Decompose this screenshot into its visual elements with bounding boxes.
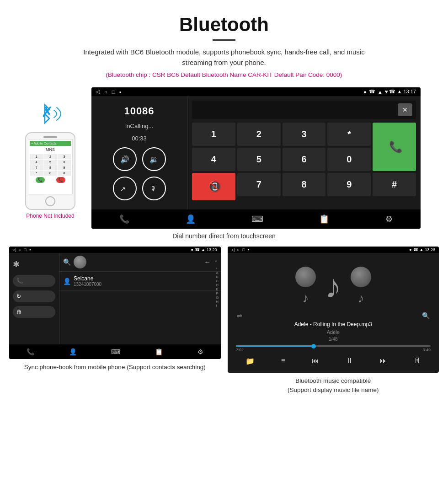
music-location-icon: ●	[409, 247, 411, 252]
pb-delete-btn[interactable]: 🗑	[13, 306, 55, 318]
music-note-left-icon: ♪	[302, 291, 309, 306]
nav-call-icon[interactable]: 📞	[119, 214, 129, 224]
music-back-icon: ◁	[231, 247, 235, 252]
music-content: ♪ ♪ ♪ ⇌ 🔍 Adele - Rolling In the Deep.mp…	[228, 253, 439, 373]
call-green-button[interactable]: 📞	[373, 123, 416, 171]
wifi-icon: ▲	[378, 89, 383, 95]
pb-nav-bar: 📞 👤 ⌨ 📋 ⚙	[9, 344, 221, 359]
music-note-center-icon: ♪	[325, 268, 341, 305]
phonebook-item: ◁ ○ □ ▪ ● ☎ ▲ 13:20 ✱ 📞	[9, 247, 221, 395]
svg-text:📞: 📞	[389, 140, 402, 153]
dial-timer: 00:33	[132, 135, 147, 142]
key-star[interactable]: *	[327, 123, 371, 146]
pb-sync-btn[interactable]: ↻	[13, 290, 55, 302]
pb-nav-recent-icon[interactable]: 📋	[155, 348, 163, 355]
dial-number: 10086	[124, 105, 154, 117]
pb-back-arrow-icon: ←	[204, 258, 211, 266]
pb-nav-dialpad-icon[interactable]: ⌨	[111, 348, 120, 355]
music-folder-icon[interactable]: 📁	[245, 357, 255, 365]
dial-backspace-button[interactable]: ✕	[398, 103, 412, 116]
key-7[interactable]: 7	[237, 173, 281, 196]
music-time: 13:26	[425, 247, 435, 252]
pb-contact-row[interactable]: 👤 Seicane 13241007000	[59, 272, 221, 291]
music-next-icon[interactable]: ⏭	[380, 357, 387, 365]
phone-keypad: 123 456 789 *0#	[30, 154, 71, 176]
pb-back-icon: ◁	[13, 247, 16, 252]
transfer-button[interactable]: ↗	[113, 177, 137, 200]
svg-text:🔉: 🔉	[149, 155, 159, 164]
phone-speaker	[43, 136, 57, 138]
call-red-button[interactable]: 📵	[192, 173, 235, 200]
music-playback-buttons: 📁 ≡ ⏮ ⏸ ⏭ 🎚	[232, 354, 435, 368]
progress-total: 3:49	[422, 348, 431, 352]
volume-up-button[interactable]: 🔊	[113, 147, 137, 171]
key-4[interactable]: 4	[192, 148, 235, 171]
status-bar-left: ◁ ○ □ ▪	[96, 89, 121, 95]
key-2[interactable]: 2	[237, 123, 281, 146]
music-left-art: ♪	[295, 267, 316, 306]
pb-recent-icon: □	[24, 247, 26, 252]
music-recent-icon: □	[242, 247, 245, 252]
phone-screen: + Add to Contacts MNS 123 456 789 *0# 📞 …	[28, 139, 73, 194]
svg-text:📵: 📵	[208, 180, 221, 193]
home-icon: ○	[104, 89, 107, 95]
pb-home-icon: ○	[19, 247, 21, 252]
pb-call-icon: 📞	[16, 278, 23, 284]
key-6[interactable]: 6	[283, 148, 326, 171]
pb-contact-number: 13241007000	[74, 282, 101, 287]
pb-call-btn[interactable]: 📞	[13, 275, 55, 287]
back-icon: ◁	[96, 89, 100, 95]
dial-right-panel: ✕ 1 2 3 * 📞 4 5 6 0 📵	[187, 96, 421, 209]
progress-dot[interactable]	[311, 344, 316, 349]
music-play-pause-icon[interactable]: ⏸	[346, 357, 353, 365]
pb-status-bar: ◁ ○ □ ▪ ● ☎ ▲ 13:20	[9, 247, 221, 253]
dial-caption: Dial number direct from touchscreen	[0, 229, 448, 247]
phone-not-included-label: Phone Not Included	[26, 213, 74, 219]
phone-call-buttons: 📞 📞	[30, 177, 71, 183]
pb-caption: Sync phone-book from mobile phone (Suppo…	[9, 359, 221, 372]
key-5[interactable]: 5	[237, 148, 281, 171]
time-display: ♥ ☎ ▲ 13:17	[385, 89, 416, 95]
music-prev-icon[interactable]: ⏮	[312, 357, 319, 365]
bottom-section: ◁ ○ □ ▪ ● ☎ ▲ 13:20 ✱ 📞	[0, 247, 448, 404]
key-hash[interactable]: #	[373, 173, 416, 196]
keypad-grid: 1 2 3 * 📞 4 5 6 0 📵 7 8 9	[192, 123, 416, 200]
key-3[interactable]: 3	[283, 123, 326, 146]
key-9[interactable]: 9	[327, 173, 371, 196]
nav-settings-icon[interactable]: ⚙	[385, 214, 393, 224]
nav-dialpad-icon[interactable]: ⌨	[251, 214, 263, 224]
music-playlist-icon[interactable]: ≡	[281, 357, 285, 365]
volume-down-button[interactable]: 🔉	[142, 147, 166, 171]
dial-left-panel: 10086 InCalling... 00:33 🔊 🔉 ↗	[91, 96, 187, 209]
pb-screenshot-icon: ▪	[29, 247, 31, 252]
pb-star-label: *	[213, 260, 217, 265]
pb-location-icon: ●	[191, 247, 193, 252]
mute-button[interactable]: 🎙	[142, 177, 166, 200]
dial-nav-bar: 📞 👤 ⌨ 📋 ⚙	[91, 209, 421, 229]
page-title: Bluetooth	[9, 14, 439, 36]
music-equalizer-icon[interactable]: 🎚	[414, 357, 421, 365]
music-search-icon[interactable]: 🔍	[422, 312, 430, 319]
svg-text:🔊: 🔊	[120, 155, 129, 164]
nav-recent-icon[interactable]: 📋	[319, 214, 329, 224]
music-shuffle-icon[interactable]: ⇌	[237, 312, 242, 319]
pb-nav-call-icon[interactable]: 📞	[27, 348, 34, 355]
music-controls-top: ⇌ 🔍	[232, 312, 435, 319]
svg-text:🎙: 🎙	[150, 185, 157, 193]
dial-status-bar: ◁ ○ □ ▪ ● ☎ ▲ ♥ ☎ ▲ 13:17	[91, 87, 421, 96]
key-1[interactable]: 1	[192, 123, 235, 146]
phonebook-screen: ◁ ○ □ ▪ ● ☎ ▲ 13:20 ✱ 📞	[9, 247, 221, 359]
dial-input-row: ✕	[192, 101, 416, 119]
progress-elapsed: 2:02	[236, 348, 244, 352]
music-screen: ◁ ○ □ ▪ ● ☎ ▲ 13:26 ♪	[228, 247, 439, 373]
dial-volume-buttons: 🔊 🔉	[113, 147, 166, 171]
pb-nav-settings-icon[interactable]: ⚙	[197, 348, 203, 355]
key-8[interactable]: 8	[283, 173, 326, 196]
key-0[interactable]: 0	[327, 148, 371, 171]
pb-nav-contacts-icon[interactable]: 👤	[69, 348, 77, 355]
bluetooth-icon-wrap: ✗	[32, 101, 69, 129]
title-divider	[213, 39, 235, 41]
pb-wifi-icon: ▲	[201, 247, 205, 252]
music-screenshot-icon: ▪	[247, 247, 249, 252]
nav-contacts-icon[interactable]: 👤	[186, 214, 196, 224]
